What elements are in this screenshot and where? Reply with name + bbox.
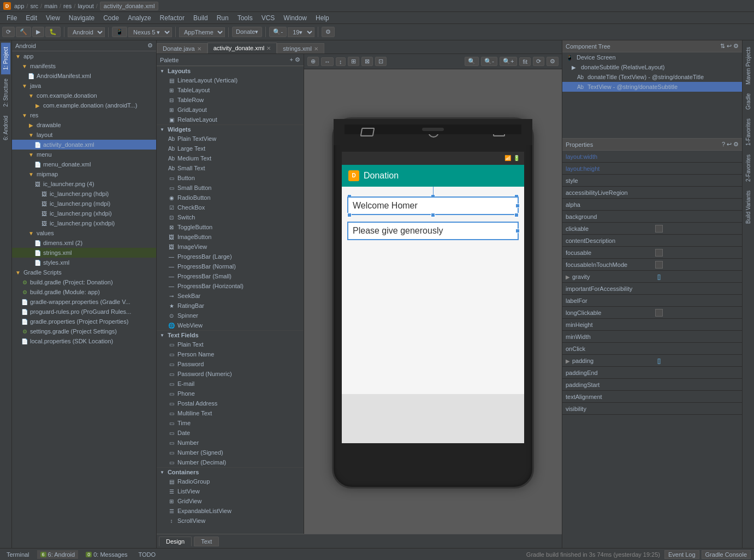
palette-item-password-numeric[interactable]: ▭ Password (Numeric)	[157, 369, 304, 379]
prop-value-field[interactable]	[655, 216, 742, 218]
prop-value-field[interactable]	[655, 348, 742, 350]
prop-visibility[interactable]: visibility	[562, 403, 742, 415]
menu-tools[interactable]: Tools	[233, 13, 257, 23]
donate-dropdown-btn[interactable]: Donate▾	[232, 27, 262, 37]
prop-on-click[interactable]: onClick	[562, 343, 742, 355]
tree-item-settings-gradle[interactable]: ⚙ settings.gradle (Project Settings)	[12, 326, 156, 336]
prop-important-accessibility[interactable]: importantForAccessibility	[562, 283, 742, 295]
settings-btn[interactable]: ⚙	[322, 27, 335, 37]
palette-item-number[interactable]: ▭ Number	[157, 438, 304, 448]
nexus-dropdown[interactable]: Nexus 5 ▾	[128, 27, 172, 37]
palette-item-progressbar-horizontal[interactable]: — ProgressBar (Horizontal)	[157, 281, 304, 291]
palette-item-progressbar-normal[interactable]: — ProgressBar (Normal)	[157, 261, 304, 271]
prop-style[interactable]: style	[562, 175, 742, 187]
design-grid-btn[interactable]: ⊞	[348, 57, 359, 66]
phone-welcome-text[interactable]: Welcome Homer	[347, 196, 519, 215]
prop-content-desc[interactable]: contentDescription	[562, 235, 742, 247]
menu-help[interactable]: Help	[311, 13, 334, 23]
gradle-console-btn[interactable]: Gradle Console	[702, 550, 751, 559]
tree-item-mipmap[interactable]: ▼ mipmap	[12, 169, 156, 179]
tree-item-ic-mdpi[interactable]: 🖼 ic_launcher.png (mdpi)	[12, 199, 156, 208]
tree-settings-btn[interactable]: ⚙	[147, 42, 153, 49]
prop-value-field[interactable]	[655, 396, 742, 398]
menu-view[interactable]: View	[41, 13, 64, 23]
tree-item-package-test[interactable]: ▶ com.example.donation (androidT...)	[12, 100, 156, 110]
prop-label-for[interactable]: labelFor	[562, 295, 742, 307]
design-settings[interactable]: ⚙	[547, 57, 559, 66]
prop-value-field[interactable]: []	[655, 272, 742, 281]
toolbar-run-btn[interactable]: ▶	[32, 27, 44, 37]
tree-item-activity-donate[interactable]: 📄 activity_donate.xml	[12, 140, 156, 150]
palette-item-switch[interactable]: ⊡ Switch	[157, 212, 304, 222]
tree-item-menu[interactable]: ▼ menu	[12, 150, 156, 159]
props-undo-btn[interactable]: ↩	[727, 141, 732, 148]
prop-padding-start[interactable]: paddingStart	[562, 379, 742, 391]
palette-item-progressbar-small[interactable]: — ProgressBar (Small)	[157, 271, 304, 281]
prop-value-field[interactable]	[655, 384, 742, 386]
prop-text-alignment[interactable]: textAlignment	[562, 391, 742, 403]
bottom-tab-todo[interactable]: TODO	[135, 550, 159, 559]
menu-code[interactable]: Code	[99, 13, 123, 23]
tree-item-proguard[interactable]: 📄 proguard-rules.pro (ProGuard Rules...	[12, 307, 156, 317]
menu-build[interactable]: Build	[189, 13, 212, 23]
prop-focusable-touch[interactable]: focusableInTouchMode	[562, 259, 742, 271]
menu-vcs[interactable]: VCS	[257, 13, 280, 23]
vtab-maven[interactable]: Maven Projects	[744, 43, 753, 89]
palette-item-relativelayout[interactable]: ▣ RelativeLayout	[157, 115, 304, 124]
prop-value-field[interactable]	[655, 408, 742, 410]
palette-section-containers[interactable]: ▼ Containers	[157, 467, 304, 476]
tab-close-icon[interactable]: ✕	[266, 45, 271, 51]
prop-value-field[interactable]	[655, 204, 742, 206]
design-tab[interactable]: Design	[159, 537, 192, 546]
palette-item-gridview[interactable]: ⊞ GridView	[157, 496, 304, 506]
comp-donate-subtitle[interactable]: ▶ donateSubtitle (RelativeLayout)	[562, 62, 742, 72]
prop-min-height[interactable]: minHeight	[562, 319, 742, 331]
prop-min-width[interactable]: minWidth	[562, 331, 742, 343]
vtab-favorites-1[interactable]: 1-Favorites	[744, 114, 753, 150]
design-refresh[interactable]: ⟳	[533, 57, 544, 66]
prop-value-field[interactable]	[655, 324, 742, 326]
tree-item-package[interactable]: ▼ com.example.donation	[12, 91, 156, 100]
design-zoom-in[interactable]: 🔍+	[500, 57, 517, 66]
palette-item-gridlayout[interactable]: ⊞ GridLayout	[157, 105, 304, 115]
palette-item-radiobutton[interactable]: ◉ RadioButton	[157, 193, 304, 202]
prop-alpha[interactable]: alpha	[562, 199, 742, 211]
tab-close-icon[interactable]: ✕	[314, 46, 318, 52]
palette-item-ratingbar[interactable]: ★ RatingBar	[157, 301, 304, 311]
palette-item-number-decimal[interactable]: ▭ Number (Decimal)	[157, 457, 304, 467]
design-zoom-100[interactable]: fit	[519, 57, 531, 66]
tree-item-menu-donate[interactable]: 📄 menu_donate.xml	[12, 159, 156, 169]
comp-donate-title[interactable]: Ab donateTitle (TextView) - @string/dona…	[562, 72, 742, 82]
tree-item-layout[interactable]: ▼ layout	[12, 130, 156, 140]
props-help-btn[interactable]: ?	[722, 141, 725, 148]
prop-value-field[interactable]	[655, 156, 742, 158]
tree-item-java[interactable]: ▼ java	[12, 81, 156, 91]
prop-value-field[interactable]	[655, 180, 742, 182]
palette-item-progressbar-large[interactable]: — ProgressBar (Large)	[157, 252, 304, 261]
bottom-tab-messages[interactable]: 0 0: Messages	[82, 550, 130, 559]
tree-item-values[interactable]: ▼ values	[12, 228, 156, 238]
back-btn[interactable]	[360, 128, 375, 136]
tab-donate-java[interactable]: Donate.java ✕	[157, 43, 207, 53]
palette-section-widgets[interactable]: ▼ Widgets	[157, 124, 304, 134]
palette-item-password[interactable]: ▭ Password	[157, 359, 304, 369]
design-toggle-btn[interactable]: ⊕	[307, 57, 319, 66]
palette-item-scrollview[interactable]: ↕ ScrollView	[157, 516, 304, 526]
palette-item-date[interactable]: ▭ Date	[157, 428, 304, 438]
prop-value-field[interactable]	[655, 168, 742, 170]
tree-item-styles[interactable]: 📄 styles.xml	[12, 258, 156, 267]
palette-item-medium-text[interactable]: Ab Medium Text	[157, 153, 304, 163]
palette-item-phone[interactable]: ▭ Phone	[157, 389, 304, 398]
palette-item-postal[interactable]: ▭ Postal Address	[157, 398, 304, 408]
tree-item-strings[interactable]: 📄 strings.xml	[12, 248, 156, 258]
menu-refactor[interactable]: Refactor	[156, 13, 189, 23]
palette-item-linearlayout[interactable]: ▤ LinearLayout (Vertical)	[157, 75, 304, 85]
palette-item-number-signed[interactable]: ▭ Number (Signed)	[157, 448, 304, 457]
comp-textview-subtitle[interactable]: Ab TextView - @string/donateSubtitle	[562, 82, 742, 92]
menu-run[interactable]: Run	[212, 13, 233, 23]
tree-item-buildgradle-project[interactable]: ⚙ build.gradle (Project: Donation)	[12, 277, 156, 287]
palette-item-spinner[interactable]: ⊙ Spinner	[157, 311, 304, 320]
vtab-project[interactable]: 1: Project	[1, 43, 10, 74]
palette-item-multiline[interactable]: ▭ Multiline Text	[157, 408, 304, 418]
bottom-tab-terminal[interactable]: Terminal	[3, 550, 33, 559]
